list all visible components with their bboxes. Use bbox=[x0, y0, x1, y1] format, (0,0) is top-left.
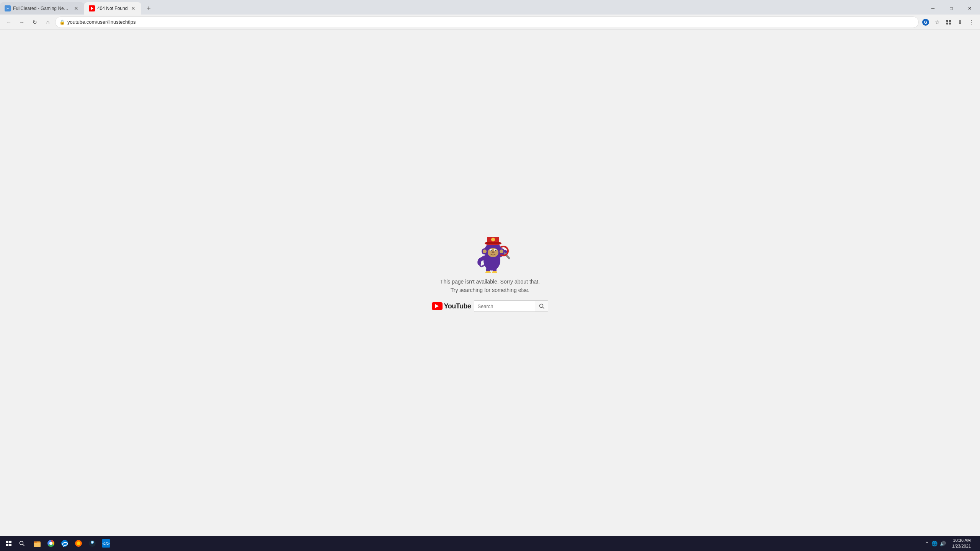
svg-point-24 bbox=[492, 252, 493, 253]
svg-point-29 bbox=[491, 238, 495, 241]
forward-button[interactable]: → bbox=[16, 16, 28, 28]
nav-bar: ← → ↻ ⌂ 🔒 youtube.com/user/linustechtips… bbox=[0, 15, 980, 30]
close-button[interactable]: ✕ bbox=[961, 2, 978, 15]
search-section: YouTube bbox=[432, 300, 549, 312]
svg-text:G: G bbox=[924, 20, 928, 24]
title-bar: F FullCleared - Gaming News, Fe... ✕ 404… bbox=[0, 0, 980, 15]
tab-close-2[interactable]: ✕ bbox=[130, 5, 137, 12]
svg-line-37 bbox=[23, 544, 24, 546]
extension-icon[interactable] bbox=[943, 17, 954, 28]
svg-rect-7 bbox=[949, 20, 951, 22]
windows-logo bbox=[6, 541, 11, 546]
tab-404[interactable]: 404 Not Found ✕ bbox=[84, 2, 141, 15]
chevron-up-icon[interactable]: ⌃ bbox=[925, 541, 929, 546]
svg-rect-40 bbox=[34, 541, 37, 543]
network-icon[interactable]: 🌐 bbox=[931, 541, 938, 546]
system-clock[interactable]: 10:36 AM 1/23/2021 bbox=[950, 538, 973, 549]
svg-point-22 bbox=[495, 249, 496, 251]
window-controls: ─ □ ✕ bbox=[924, 2, 980, 15]
youtube-play-triangle bbox=[435, 304, 439, 308]
svg-point-13 bbox=[485, 271, 491, 273]
refresh-button[interactable]: ↻ bbox=[29, 16, 41, 28]
svg-point-48 bbox=[91, 541, 93, 543]
show-desktop-button[interactable] bbox=[975, 537, 977, 550]
svg-rect-8 bbox=[946, 23, 948, 24]
new-tab-button[interactable]: + bbox=[143, 3, 154, 14]
toolbar-icons: G ☆ ⬇ ⋮ bbox=[920, 17, 977, 28]
youtube-logo-icon bbox=[432, 302, 443, 310]
taskbar-vscode[interactable]: </> bbox=[100, 537, 113, 550]
taskbar-search-button[interactable] bbox=[16, 538, 28, 549]
youtube-logo[interactable]: YouTube bbox=[432, 302, 471, 310]
search-input-wrapper bbox=[474, 300, 548, 312]
win-square-2 bbox=[9, 541, 11, 543]
tab-favicon-2 bbox=[89, 5, 95, 11]
taskbar-apps: </> bbox=[31, 537, 113, 550]
taskbar-edge[interactable] bbox=[58, 537, 71, 550]
win-square-1 bbox=[6, 541, 8, 543]
clock-date: 1/23/2021 bbox=[952, 543, 971, 549]
svg-point-14 bbox=[492, 271, 497, 273]
svg-point-21 bbox=[490, 249, 492, 251]
minimize-button[interactable]: ─ bbox=[924, 2, 942, 15]
svg-point-33 bbox=[500, 249, 503, 253]
home-button[interactable]: ⌂ bbox=[42, 16, 54, 28]
win-square-3 bbox=[6, 544, 8, 546]
svg-rect-39 bbox=[34, 543, 41, 547]
taskbar-sys-icons: ⌃ 🌐 🔊 bbox=[923, 541, 948, 546]
search-button[interactable] bbox=[535, 300, 548, 312]
error-line1: This page isn't available. Sorry about t… bbox=[440, 277, 540, 286]
youtube-logo-text: YouTube bbox=[444, 302, 471, 310]
taskbar-firefox[interactable] bbox=[72, 537, 85, 550]
taskbar-file-explorer[interactable] bbox=[31, 537, 44, 550]
svg-point-42 bbox=[49, 542, 52, 545]
search-input[interactable] bbox=[474, 300, 535, 312]
clock-time: 10:36 AM bbox=[952, 538, 971, 543]
address-bar[interactable]: 🔒 youtube.com/user/linustechtips bbox=[55, 16, 919, 28]
downloads-icon[interactable]: ⬇ bbox=[955, 17, 965, 28]
tab-fullcleared[interactable]: F FullCleared - Gaming News, Fe... ✕ bbox=[0, 2, 84, 15]
tab-favicon-1: F bbox=[5, 5, 11, 11]
error-container: This page isn't available. Sorry about t… bbox=[432, 231, 549, 312]
taskbar-steam[interactable] bbox=[86, 537, 99, 550]
svg-text:F: F bbox=[7, 7, 9, 11]
svg-rect-28 bbox=[485, 242, 501, 244]
maximize-button[interactable]: □ bbox=[942, 2, 960, 15]
browser-frame: F FullCleared - Gaming News, Fe... ✕ 404… bbox=[0, 0, 980, 551]
svg-text:</>: </> bbox=[103, 541, 110, 546]
taskbar-chrome[interactable] bbox=[44, 537, 57, 550]
svg-point-31 bbox=[483, 249, 487, 253]
bookmark-icon[interactable]: ☆ bbox=[932, 17, 942, 28]
svg-rect-9 bbox=[949, 23, 951, 24]
sound-icon[interactable]: 🔊 bbox=[940, 541, 946, 546]
back-button[interactable]: ← bbox=[3, 16, 15, 28]
taskbar-right: ⌃ 🌐 🔊 10:36 AM 1/23/2021 bbox=[923, 537, 977, 550]
error-line2: Try searching for something else. bbox=[440, 286, 540, 294]
svg-rect-6 bbox=[946, 20, 948, 22]
tab-title-1: FullCleared - Gaming News, Fe... bbox=[13, 6, 70, 11]
profile-icon[interactable]: G bbox=[920, 17, 931, 28]
menu-icon[interactable]: ⋮ bbox=[966, 17, 977, 28]
error-text: This page isn't available. Sorry about t… bbox=[440, 277, 540, 295]
svg-line-35 bbox=[542, 307, 544, 309]
win-square-4 bbox=[9, 544, 11, 546]
tab-title-2: 404 Not Found bbox=[97, 6, 127, 11]
svg-point-45 bbox=[77, 541, 80, 545]
svg-point-25 bbox=[493, 252, 494, 253]
monkey-illustration bbox=[467, 231, 513, 273]
tab-close-1[interactable]: ✕ bbox=[73, 5, 80, 12]
lock-icon: 🔒 bbox=[59, 20, 65, 25]
start-button[interactable] bbox=[3, 538, 15, 549]
taskbar: </> ⌃ 🌐 🔊 10:36 AM 1/23/2021 bbox=[0, 536, 980, 551]
page-content: This page isn't available. Sorry about t… bbox=[0, 30, 980, 536]
address-text: youtube.com/user/linustechtips bbox=[67, 19, 915, 25]
